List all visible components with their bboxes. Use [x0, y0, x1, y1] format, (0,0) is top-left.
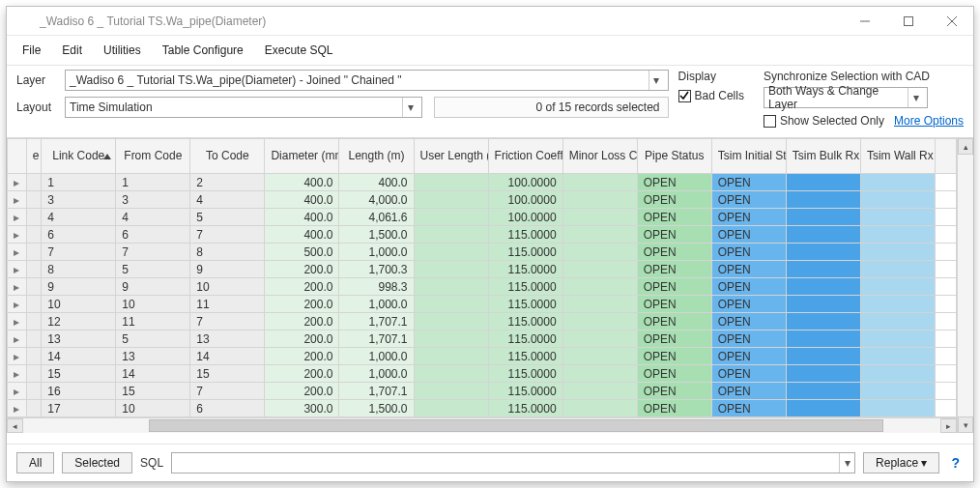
- cell-extra[interactable]: [935, 191, 956, 209]
- cell-to[interactable]: 2: [190, 174, 265, 191]
- cell-pipe-status[interactable]: OPEN: [637, 278, 711, 296]
- cell-link[interactable]: 1: [42, 174, 116, 191]
- cell-tsim-wall[interactable]: [860, 365, 935, 383]
- cell-pipe-status[interactable]: OPEN: [637, 383, 711, 400]
- close-button[interactable]: [930, 7, 973, 36]
- vertical-scrollbar[interactable]: ▴ ▾: [957, 138, 973, 433]
- cell-from[interactable]: 5: [116, 330, 190, 348]
- cell-extra[interactable]: [935, 226, 956, 244]
- scroll-thumb[interactable]: [149, 419, 883, 432]
- cell-pipe-status[interactable]: OPEN: [637, 209, 711, 226]
- cell-length[interactable]: 400.0: [339, 174, 414, 191]
- cell-e[interactable]: [26, 348, 41, 365]
- cell-minor-loss[interactable]: [562, 261, 637, 278]
- cell-to[interactable]: 5: [190, 209, 265, 226]
- cell-link[interactable]: 13: [42, 330, 116, 348]
- sql-input[interactable]: ▾: [171, 452, 855, 474]
- cell-length[interactable]: 1,000.0: [339, 296, 414, 313]
- cell-tsim-status[interactable]: OPEN: [711, 348, 786, 365]
- table-row[interactable]: ▸101011200.01,000.0115.0000OPENOPEN: [8, 296, 957, 313]
- cell-tsim-bulk[interactable]: [786, 244, 860, 261]
- cell-from[interactable]: 13: [116, 348, 190, 365]
- cell-length[interactable]: 1,000.0: [339, 365, 414, 383]
- cell-user-length[interactable]: [414, 383, 488, 400]
- cell-length[interactable]: 1,000.0: [339, 244, 414, 261]
- col-pipe-status[interactable]: Pipe Status: [637, 139, 711, 174]
- cell-tsim-wall[interactable]: [860, 209, 935, 226]
- cell-minor-loss[interactable]: [562, 226, 637, 244]
- cell-diameter[interactable]: 400.0: [265, 226, 339, 244]
- help-icon[interactable]: ?: [947, 455, 964, 471]
- table-row[interactable]: ▸778500.01,000.0115.0000OPENOPEN: [8, 244, 957, 261]
- cell-minor-loss[interactable]: [562, 244, 637, 261]
- cell-minor-loss[interactable]: [562, 400, 637, 417]
- cell-length[interactable]: 1,500.0: [339, 226, 414, 244]
- cell-to[interactable]: 4: [190, 191, 265, 209]
- scroll-left-icon[interactable]: ◂: [7, 418, 23, 433]
- cell-tsim-wall[interactable]: [860, 400, 935, 417]
- cell-tsim-status[interactable]: OPEN: [711, 191, 786, 209]
- col-link-code[interactable]: Link Code: [42, 139, 116, 174]
- table-row[interactable]: ▸445400.04,061.6100.0000OPENOPEN: [8, 209, 957, 226]
- cell-diameter[interactable]: 400.0: [265, 209, 339, 226]
- minimize-button[interactable]: [843, 7, 886, 36]
- cell-link[interactable]: 10: [42, 296, 116, 313]
- cell-friction[interactable]: 115.0000: [488, 400, 562, 417]
- cell-extra[interactable]: [935, 174, 956, 191]
- cell-extra[interactable]: [935, 244, 956, 261]
- cell-tsim-bulk[interactable]: [786, 400, 860, 417]
- cell-length[interactable]: 1,707.1: [339, 383, 414, 400]
- cell-from[interactable]: 9: [116, 278, 190, 296]
- cell-tsim-bulk[interactable]: [786, 209, 860, 226]
- row-handle[interactable]: ▸: [8, 296, 27, 313]
- col-e[interactable]: e: [26, 139, 41, 174]
- cell-link[interactable]: 8: [42, 261, 116, 278]
- cell-user-length[interactable]: [414, 278, 488, 296]
- bad-cells-checkbox[interactable]: Bad Cells: [678, 87, 744, 104]
- cell-minor-loss[interactable]: [562, 365, 637, 383]
- cell-from[interactable]: 6: [116, 226, 190, 244]
- row-handle[interactable]: ▸: [8, 400, 27, 417]
- table-row[interactable]: ▸859200.01,700.3115.0000OPENOPEN: [8, 261, 957, 278]
- table-row[interactable]: ▸141314200.01,000.0115.0000OPENOPEN: [8, 348, 957, 365]
- cell-extra[interactable]: [935, 365, 956, 383]
- cell-e[interactable]: [26, 400, 41, 417]
- cell-tsim-status[interactable]: OPEN: [711, 330, 786, 348]
- cell-tsim-wall[interactable]: [860, 191, 935, 209]
- cell-tsim-status[interactable]: OPEN: [711, 261, 786, 278]
- cell-e[interactable]: [26, 174, 41, 191]
- cell-tsim-status[interactable]: OPEN: [711, 278, 786, 296]
- cell-length[interactable]: 4,061.6: [339, 209, 414, 226]
- table-row[interactable]: ▸13513200.01,707.1115.0000OPENOPEN: [8, 330, 957, 348]
- cell-link[interactable]: 14: [42, 348, 116, 365]
- cell-link[interactable]: 6: [42, 226, 116, 244]
- cell-diameter[interactable]: 200.0: [265, 261, 339, 278]
- cell-friction[interactable]: 115.0000: [488, 278, 562, 296]
- cell-user-length[interactable]: [414, 261, 488, 278]
- cell-to[interactable]: 7: [190, 383, 265, 400]
- cell-tsim-bulk[interactable]: [786, 296, 860, 313]
- cell-from[interactable]: 7: [116, 244, 190, 261]
- cell-tsim-wall[interactable]: [860, 383, 935, 400]
- cell-length[interactable]: 1,707.1: [339, 313, 414, 330]
- cell-diameter[interactable]: 400.0: [265, 174, 339, 191]
- cell-minor-loss[interactable]: [562, 348, 637, 365]
- cell-link[interactable]: 17: [42, 400, 116, 417]
- cell-tsim-status[interactable]: OPEN: [711, 296, 786, 313]
- cell-friction[interactable]: 115.0000: [488, 348, 562, 365]
- col-tsim-bulk[interactable]: Tsim Bulk Rx Coefficient: [786, 139, 860, 174]
- data-table[interactable]: e Link Code From Code To Code Diameter (…: [7, 138, 957, 417]
- cell-pipe-status[interactable]: OPEN: [637, 365, 711, 383]
- cell-diameter[interactable]: 200.0: [265, 313, 339, 330]
- cell-friction[interactable]: 115.0000: [488, 226, 562, 244]
- col-user-length[interactable]: User Length (m): [414, 139, 488, 174]
- cell-e[interactable]: [26, 244, 41, 261]
- cell-pipe-status[interactable]: OPEN: [637, 330, 711, 348]
- row-handle[interactable]: ▸: [8, 174, 27, 191]
- cell-tsim-bulk[interactable]: [786, 278, 860, 296]
- col-friction[interactable]: Friction Coefficient: [488, 139, 562, 174]
- horizontal-scrollbar[interactable]: ◂ ▸: [7, 417, 957, 433]
- cell-e[interactable]: [26, 313, 41, 330]
- cell-pipe-status[interactable]: OPEN: [637, 174, 711, 191]
- table-row[interactable]: ▸9910200.0998.3115.0000OPENOPEN: [8, 278, 957, 296]
